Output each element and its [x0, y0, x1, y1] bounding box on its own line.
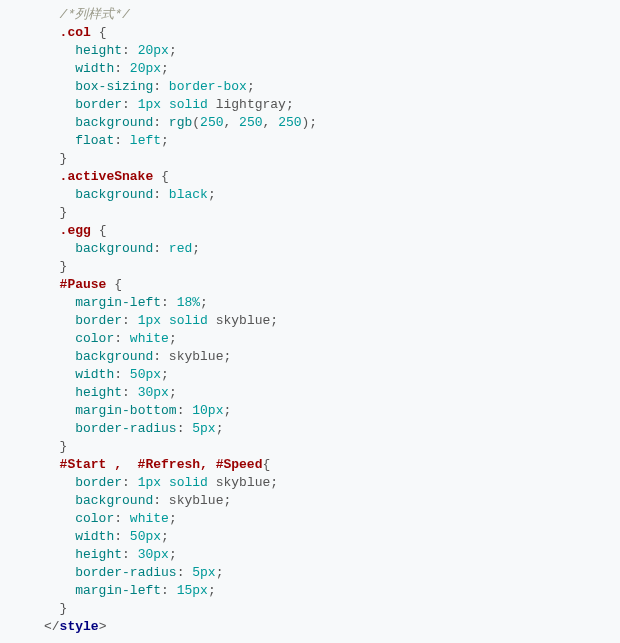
css-property: height — [75, 43, 122, 58]
css-value: skyblue — [216, 313, 271, 328]
brace-open: { — [99, 25, 107, 40]
css-property: box-sizing — [75, 79, 153, 94]
code-line: border: 1px solid skyblue; — [44, 474, 620, 492]
code-line: width: 50px; — [44, 528, 620, 546]
css-property: width — [75, 529, 114, 544]
brace-close: } — [60, 205, 68, 220]
css-value: 50px — [130, 367, 161, 382]
css-value: 250 — [278, 115, 301, 130]
css-value: white — [130, 511, 169, 526]
tag-open: </ — [44, 619, 60, 634]
code-line: .egg { — [44, 222, 620, 240]
brace-open: { — [161, 169, 169, 184]
code-line: width: 20px; — [44, 60, 620, 78]
css-property: color — [75, 331, 114, 346]
css-property: width — [75, 367, 114, 382]
css-value: 10px — [192, 403, 223, 418]
css-property: background — [75, 349, 153, 364]
css-value: solid — [169, 97, 208, 112]
tag-close: > — [99, 619, 107, 634]
css-selector: .col — [60, 25, 91, 40]
css-value: skyblue — [216, 475, 271, 490]
css-value: 20px — [138, 43, 169, 58]
code-line: background: red; — [44, 240, 620, 258]
css-value: 50px — [130, 529, 161, 544]
code-line: #Start , #Refresh, #Speed{ — [44, 456, 620, 474]
css-property: height — [75, 385, 122, 400]
css-property: background — [75, 187, 153, 202]
code-line: .col { — [44, 24, 620, 42]
css-property: height — [75, 547, 122, 562]
css-value: left — [130, 133, 161, 148]
css-value: 15px — [177, 583, 208, 598]
css-property: border — [75, 475, 122, 490]
tag-name: style — [60, 619, 99, 634]
code-line: float: left; — [44, 132, 620, 150]
css-value: 5px — [192, 565, 215, 580]
brace-close: } — [60, 151, 68, 166]
css-value: skyblue — [169, 493, 224, 508]
code-line: margin-bottom: 10px; — [44, 402, 620, 420]
code-line: margin-left: 18%; — [44, 294, 620, 312]
css-value: black — [169, 187, 208, 202]
css-value: 20px — [130, 61, 161, 76]
code-line: } — [44, 204, 620, 222]
code-line: } — [44, 438, 620, 456]
css-property: background — [75, 115, 153, 130]
code-line: } — [44, 150, 620, 168]
code-line: background: rgb(250, 250, 250); — [44, 114, 620, 132]
css-selector: .activeSnake — [60, 169, 154, 184]
code-line: border-radius: 5px; — [44, 564, 620, 582]
code-line: border: 1px solid lightgray; — [44, 96, 620, 114]
brace-close: } — [60, 439, 68, 454]
css-selector: #Pause — [60, 277, 107, 292]
css-value: solid — [169, 475, 208, 490]
code-line: background: skyblue; — [44, 492, 620, 510]
code-line: background: skyblue; — [44, 348, 620, 366]
css-value: 30px — [138, 385, 169, 400]
css-value: red — [169, 241, 192, 256]
css-property: border-radius — [75, 421, 176, 436]
brace-close: } — [60, 259, 68, 274]
css-value: border-box — [169, 79, 247, 94]
css-property: border — [75, 313, 122, 328]
code-line: color: white; — [44, 510, 620, 528]
code-line: height: 20px; — [44, 42, 620, 60]
css-property: margin-left — [75, 583, 161, 598]
css-value: 250 — [200, 115, 223, 130]
brace-open: { — [99, 223, 107, 238]
css-selector: #Start , #Refresh, #Speed — [60, 457, 263, 472]
css-value: 1px — [138, 97, 161, 112]
css-value: 1px — [138, 475, 161, 490]
css-selector: .egg — [60, 223, 91, 238]
code-line: margin-left: 15px; — [44, 582, 620, 600]
css-property: color — [75, 511, 114, 526]
code-line: } — [44, 258, 620, 276]
code-line: } — [44, 600, 620, 618]
css-comment: /*列样式*/ — [60, 7, 130, 22]
css-value: lightgray — [216, 97, 286, 112]
brace-open: { — [114, 277, 122, 292]
code-line: background: black; — [44, 186, 620, 204]
css-property: border-radius — [75, 565, 176, 580]
code-line: /*列样式*/ — [44, 6, 620, 24]
code-line: .activeSnake { — [44, 168, 620, 186]
css-value: 1px — [138, 313, 161, 328]
css-property: background — [75, 493, 153, 508]
css-value: 30px — [138, 547, 169, 562]
css-property: width — [75, 61, 114, 76]
css-value: solid — [169, 313, 208, 328]
code-line: box-sizing: border-box; — [44, 78, 620, 96]
brace-open: { — [262, 457, 270, 472]
code-line: width: 50px; — [44, 366, 620, 384]
css-value: white — [130, 331, 169, 346]
css-value: 250 — [239, 115, 262, 130]
code-block: /*列样式*/ .col { height: 20px; width: 20px… — [0, 6, 620, 636]
css-value: 18% — [177, 295, 200, 310]
css-property: background — [75, 241, 153, 256]
css-property: margin-left — [75, 295, 161, 310]
code-line: height: 30px; — [44, 546, 620, 564]
css-property: margin-bottom — [75, 403, 176, 418]
css-property: float — [75, 133, 114, 148]
code-line: </style> — [44, 618, 620, 636]
